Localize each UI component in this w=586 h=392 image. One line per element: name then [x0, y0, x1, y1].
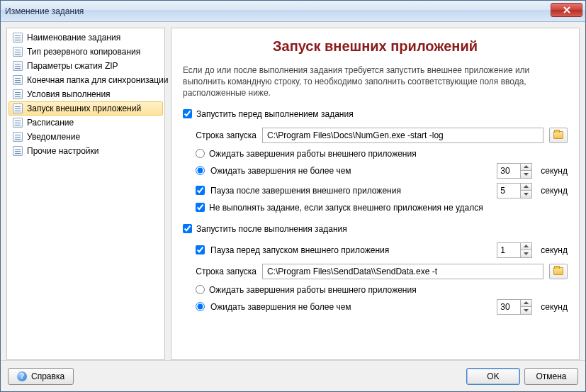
after-pause-seconds-input[interactable]	[497, 243, 520, 257]
dialog-body: Наименование задания Тип резервного копи…	[1, 22, 585, 360]
before-cmd-input[interactable]	[262, 128, 543, 143]
run-before-checkbox[interactable]	[183, 109, 192, 118]
spin-down-button[interactable]	[520, 191, 531, 198]
run-before-label: Запустить перед выполнением задания	[196, 109, 354, 119]
before-wait-nomore-label: Ожидать завершения не более чем	[210, 166, 491, 176]
spin-up-button[interactable]	[520, 164, 531, 172]
before-browse-button[interactable]	[549, 128, 568, 143]
after-wait-seconds-input[interactable]	[497, 300, 520, 314]
page-icon	[13, 61, 23, 71]
page-icon	[13, 118, 23, 128]
spin-up-button[interactable]	[520, 300, 531, 308]
sidebar-item-label: Запуск внешних приложений	[27, 103, 141, 113]
sidebar-item-label: Тип резервного копирования	[27, 47, 140, 57]
after-pause-before-checkbox[interactable]	[196, 245, 205, 254]
spin-down-button[interactable]	[520, 171, 531, 178]
page-icon	[13, 89, 23, 99]
main-panel: Запуск внешних приложений Если до или по…	[171, 28, 580, 360]
before-abort-label: Не выполнять задание, если запуск внешне…	[209, 203, 483, 213]
folder-icon	[553, 267, 563, 275]
page-icon	[13, 33, 23, 43]
seconds-label: секунд	[541, 302, 568, 312]
sidebar-item-conditions[interactable]: Условия выполнения	[9, 87, 163, 101]
before-pause-after-checkbox[interactable]	[196, 186, 205, 195]
sidebar-item-label: Параметры сжатия ZIP	[27, 61, 118, 71]
close-icon	[563, 6, 570, 13]
seconds-label: секунд	[541, 186, 568, 196]
page-icon	[13, 132, 23, 142]
before-pause-seconds-input[interactable]	[497, 184, 520, 198]
folder-icon	[553, 131, 563, 139]
sidebar-item-backup-type[interactable]: Тип резервного копирования	[9, 45, 163, 59]
after-group: Пауза перед запуском внешнего приложения…	[183, 240, 568, 326]
sidebar-item-zip[interactable]: Параметры сжатия ZIP	[9, 59, 163, 73]
spin-up-button[interactable]	[520, 184, 531, 191]
page-icon	[13, 146, 23, 156]
sidebar-item-label: Конечная папка для синхронизации	[27, 75, 168, 85]
page-icon	[13, 47, 23, 57]
dialog-footer: ? Справка OK Отмена	[1, 360, 585, 391]
after-wait-nomore-radio[interactable]	[196, 302, 205, 311]
page-icon	[13, 103, 23, 113]
sidebar-item-dest-folder[interactable]: Конечная папка для синхронизации	[9, 73, 163, 87]
after-browse-button[interactable]	[549, 264, 568, 279]
sidebar-item-notification[interactable]: Уведомление	[9, 130, 163, 144]
cancel-button[interactable]: Отмена	[524, 368, 578, 385]
sidebar-item-label: Наименование задания	[27, 33, 120, 43]
before-wait-finish-label: Ожидать завершения работы внешнего прило…	[209, 149, 417, 159]
titlebar[interactable]: Изменение задания	[1, 1, 585, 22]
spin-down-button[interactable]	[520, 307, 531, 314]
sidebar-item-schedule[interactable]: Расписание	[9, 116, 163, 130]
run-after-label: Запустить после выполнения задания	[196, 224, 347, 234]
after-wait-finish-radio[interactable]	[196, 285, 205, 294]
sidebar-item-label: Уведомление	[27, 132, 80, 142]
spin-up-button[interactable]	[520, 243, 531, 251]
dialog-window: Изменение задания Наименование задания Т…	[0, 0, 586, 392]
help-button-label: Справка	[31, 371, 64, 381]
before-wait-seconds-spinner[interactable]	[497, 163, 532, 179]
before-group: Строка запуска Ожидать завершения работы…	[183, 125, 568, 224]
before-wait-seconds-input[interactable]	[497, 164, 520, 178]
after-wait-finish-label: Ожидать завершения работы внешнего прило…	[209, 285, 417, 295]
seconds-label: секунд	[541, 166, 568, 176]
before-abort-checkbox[interactable]	[196, 203, 205, 212]
before-cmd-label: Строка запуска	[196, 130, 257, 140]
before-wait-nomore-radio[interactable]	[196, 166, 205, 175]
run-after-checkbox[interactable]	[183, 224, 192, 233]
before-wait-finish-radio[interactable]	[196, 149, 205, 158]
close-button[interactable]	[551, 3, 582, 17]
sidebar-item-label: Условия выполнения	[27, 89, 111, 99]
before-pause-after-label: Пауза после завершения внешнего приложен…	[210, 186, 491, 196]
help-icon: ?	[17, 371, 27, 381]
after-wait-nomore-label: Ожидать завершения не более чем	[210, 302, 491, 312]
sidebar-item-external-apps[interactable]: Запуск внешних приложений	[9, 101, 163, 116]
sidebar-item-label: Расписание	[27, 118, 74, 128]
after-cmd-input[interactable]	[262, 264, 543, 279]
intro-text: Если до или после выполнения задания тре…	[183, 65, 568, 99]
page-title: Запуск внешних приложений	[183, 38, 568, 55]
after-cmd-label: Строка запуска	[196, 267, 257, 276]
seconds-label: секунд	[541, 245, 568, 255]
sidebar-item-name[interactable]: Наименование задания	[9, 30, 163, 45]
after-wait-seconds-spinner[interactable]	[497, 299, 532, 315]
ok-button[interactable]: OK	[466, 368, 520, 385]
after-pause-before-label: Пауза перед запуском внешнего приложения	[210, 245, 491, 255]
after-pause-seconds-spinner[interactable]	[497, 242, 532, 258]
sidebar-item-label: Прочие настройки	[27, 146, 98, 156]
page-icon	[13, 75, 23, 85]
help-button[interactable]: ? Справка	[8, 368, 74, 385]
window-title: Изменение задания	[5, 6, 84, 16]
spin-down-button[interactable]	[520, 250, 531, 257]
sidebar-item-other[interactable]: Прочие настройки	[9, 144, 163, 158]
sidebar: Наименование задания Тип резервного копи…	[6, 28, 165, 360]
before-pause-seconds-spinner[interactable]	[497, 183, 532, 198]
